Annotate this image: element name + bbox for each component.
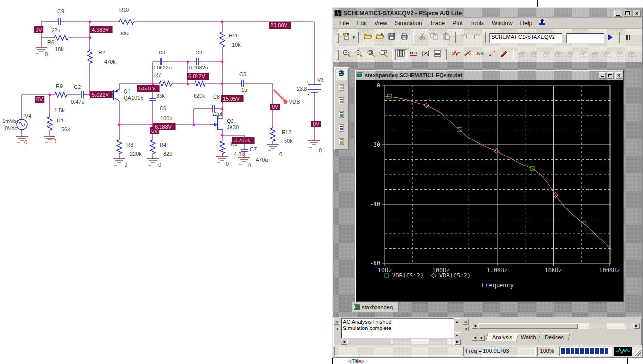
menu-plot[interactable]: Plot	[449, 19, 466, 28]
cursor-point-button[interactable]	[577, 49, 589, 60]
scrollbar-track[interactable]	[578, 323, 633, 329]
tab-devices[interactable]: Devices	[538, 333, 570, 341]
progress-block	[561, 348, 565, 354]
scroll-right-icon[interactable]: ▶	[633, 323, 640, 329]
append-file-button[interactable]	[375, 32, 386, 43]
toolbar-drag-handle[interactable]	[337, 49, 339, 60]
scrollbar-thumb[interactable]	[478, 323, 578, 329]
tab-scroll-left-icon[interactable]: ◀	[472, 335, 478, 341]
add-text-label-button[interactable]: AB	[474, 49, 485, 60]
paste-button[interactable]	[441, 32, 452, 43]
new-simulation-button[interactable]	[341, 32, 352, 43]
view-simulation-results-button[interactable]	[336, 69, 347, 80]
window-title: SCHEMATIC1-STAXEQV2 - PSpice A/D Lite	[343, 10, 613, 17]
resize-grip[interactable]	[634, 349, 641, 356]
close-button[interactable]: ×	[633, 10, 641, 17]
open-button[interactable]	[362, 32, 374, 43]
mark-pen-button[interactable]	[499, 49, 510, 60]
menu-trace[interactable]: Trace	[427, 19, 448, 28]
menu-view[interactable]: View	[371, 19, 391, 28]
cursor-slope-button[interactable]	[541, 49, 552, 60]
minimize-button[interactable]	[614, 10, 622, 17]
cursor-search-button[interactable]	[589, 49, 601, 60]
simulation-profile-combo[interactable]: SCHEMATIC1-STAXEQV2	[489, 33, 562, 43]
output-panel-controls: × ◂	[333, 318, 340, 345]
view-output-file-button[interactable]	[336, 96, 347, 107]
cursor-trough-button[interactable]	[529, 49, 540, 60]
new-dropdown-icon[interactable]: ▼	[352, 35, 356, 40]
svg-text:0: 0	[24, 139, 27, 145]
mark-voltage-button[interactable]	[614, 49, 625, 60]
output-vertical-scrollbar[interactable]: ▲ ▼	[454, 318, 461, 338]
delete-trace-button[interactable]	[462, 49, 473, 60]
view-command-window-button[interactable]	[336, 123, 347, 135]
mark-data-points-button[interactable]	[420, 49, 431, 60]
cursor-trace-button[interactable]	[486, 49, 498, 60]
scrollbar-thumb[interactable]	[347, 339, 391, 344]
status-horizontal-scrollbar[interactable]: ◀ ▶	[472, 322, 640, 329]
scrollbar-track[interactable]	[391, 339, 454, 344]
status-undock-button[interactable]: ◂	[463, 326, 469, 331]
svg-text:0: 0	[279, 151, 282, 157]
view-circuit-file-button[interactable]	[336, 82, 347, 94]
view-options-button[interactable]	[336, 137, 347, 148]
schematic-window-icon[interactable]	[538, 18, 546, 28]
add-trace-button[interactable]	[450, 49, 461, 60]
trace-legend-button[interactable]	[432, 49, 443, 60]
toolbar-drag-handle[interactable]	[337, 32, 339, 43]
cursor-next-button[interactable]	[602, 49, 613, 60]
plot-window-button[interactable]	[395, 49, 407, 60]
zoom-in-button[interactable]	[341, 49, 352, 60]
scroll-down-icon[interactable]: ▼	[454, 332, 460, 338]
svg-text:0: 0	[158, 162, 161, 168]
maximize-button[interactable]	[624, 10, 631, 17]
menu-help[interactable]: Help	[517, 19, 536, 28]
scroll-up-icon[interactable]: ▲	[454, 318, 460, 324]
zoom-fit-button[interactable]	[377, 49, 389, 60]
output-close-button[interactable]: ×	[333, 319, 339, 325]
plot-close-button[interactable]: ×	[615, 72, 622, 79]
menu-window[interactable]: Window	[488, 19, 516, 28]
copy-button[interactable]	[429, 32, 440, 43]
search-combo[interactable]	[566, 33, 604, 43]
svg-text:0.47u: 0.47u	[71, 99, 85, 104]
toolbar-separator	[446, 49, 447, 60]
cursor-peak-button[interactable]	[517, 49, 528, 60]
undo-button[interactable]	[459, 32, 470, 43]
plot-document-tab[interactable]: staxhpandeq..	[352, 302, 399, 312]
tab-scroll-right-icon[interactable]: ▶	[479, 335, 485, 341]
pause-simulation-button[interactable]	[623, 32, 634, 43]
toolbar-separator	[513, 49, 514, 60]
scroll-left-icon[interactable]: ◀	[341, 339, 347, 345]
cursor-max-button[interactable]	[565, 49, 576, 60]
mark-current-button[interactable]	[626, 49, 637, 60]
scroll-right-icon[interactable]: ▶	[454, 339, 461, 345]
status-frequency: Freq = 100.0E+03	[463, 347, 536, 356]
menu-file[interactable]: File	[336, 19, 352, 28]
menu-edit[interactable]: Edit	[353, 19, 370, 28]
view-simulation-status-button[interactable]	[336, 109, 347, 121]
plot-maximize-button[interactable]	[607, 72, 614, 79]
cursor-min-button[interactable]	[553, 49, 564, 60]
print-button[interactable]	[399, 32, 410, 43]
zoom-area-button[interactable]	[365, 49, 376, 60]
status-close-button[interactable]: ×	[463, 319, 469, 325]
zoom-out-icon	[355, 49, 363, 60]
progress-block	[595, 348, 599, 354]
output-undock-button[interactable]: ◂	[333, 326, 339, 331]
output-horizontal-scrollbar[interactable]: ◀ ▶	[341, 338, 461, 345]
redo-button[interactable]	[471, 32, 482, 43]
tab-analysis[interactable]: Analysis	[486, 333, 518, 341]
fft-button[interactable]: FFT	[408, 49, 419, 60]
cut-button[interactable]	[417, 32, 428, 43]
menu-simulation[interactable]: Simulation	[392, 19, 426, 28]
svg-text:10Hz: 10Hz	[378, 267, 392, 274]
run-simulation-button[interactable]	[605, 32, 616, 43]
save-button[interactable]	[387, 32, 398, 43]
menu-tools[interactable]: Tools	[467, 19, 487, 28]
zoom-out-button[interactable]	[353, 49, 364, 60]
toolbar-probe: FFTAB	[333, 46, 642, 62]
toolbar-separator	[619, 32, 620, 43]
plot-minimize-button[interactable]	[599, 72, 606, 79]
scroll-left-icon[interactable]: ◀	[472, 323, 478, 329]
